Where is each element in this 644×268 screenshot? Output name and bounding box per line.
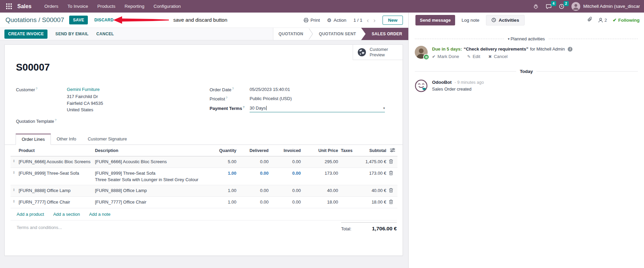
user-menu[interactable]: Mitchell Admin (save_discar [571, 2, 640, 11]
menu-reporting[interactable]: Reporting [124, 4, 144, 9]
add-product-link[interactable]: Add a product [17, 212, 44, 217]
edit-activity-button[interactable]: ✎Edit [467, 54, 480, 59]
cell-description[interactable]: [FURN_6666] Acoustic Bloc Screens [94, 156, 202, 168]
drag-handle-icon[interactable]: ▴▾ [11, 185, 17, 197]
cell-description[interactable]: [FURN_8999] Three-Seat SofaThree Seater … [94, 168, 202, 185]
cell-delivered[interactable]: 0.00 [238, 168, 270, 185]
cell-invoiced[interactable]: 0.00 [270, 156, 302, 168]
cell-quantity[interactable]: 5.00 [202, 156, 238, 168]
cell-taxes[interactable] [339, 197, 358, 208]
cell-product[interactable]: [FURN_8999] Three-Seat Sofa [17, 168, 94, 185]
cell-delivered[interactable]: 0.00 [238, 185, 270, 197]
menu-configuration[interactable]: Configuration [154, 4, 181, 9]
cell-delivered[interactable]: 0.00 [238, 156, 270, 168]
cell-unit-price[interactable]: 173.00 [302, 168, 339, 185]
cell-unit-price[interactable]: 295.00 [302, 156, 339, 168]
payment-terms-input[interactable]: 30 Days ▾ [250, 106, 385, 112]
step-quotation[interactable]: QUOTATION [273, 28, 308, 40]
discard-button[interactable]: DISCARD [94, 18, 114, 22]
step-quotation-sent[interactable]: QUOTATION SENT [314, 28, 361, 40]
planned-activities-header[interactable]: ▾ Planned activities [415, 36, 638, 41]
action-button[interactable]: ⚙ Action [327, 18, 346, 23]
cell-taxes[interactable] [339, 185, 358, 197]
pager-counter: 1 / 1 [353, 18, 362, 23]
trash-icon[interactable] [389, 199, 393, 204]
breadcrumb[interactable]: Quotations / S00007 [5, 16, 64, 24]
cell-taxes[interactable] [339, 168, 358, 185]
debug-bug-icon[interactable] [533, 4, 539, 9]
save-button[interactable]: SAVE [69, 16, 88, 24]
activity-clock-icon[interactable]: 2 [559, 4, 564, 9]
tab-order-lines[interactable]: Order Lines [16, 134, 51, 145]
drag-handle-icon[interactable]: ▴▾ [11, 168, 17, 185]
chevron-down-icon[interactable]: ▾ [383, 106, 385, 110]
followers-button[interactable]: 2 [598, 18, 607, 23]
cell-invoiced[interactable]: 0.00 [270, 197, 302, 208]
optional-columns-icon[interactable] [388, 145, 397, 156]
cell-description[interactable]: [FURN_7777] Office Chair [94, 197, 202, 208]
cell-product[interactable]: [FURN_8888] Office Lamp [17, 185, 94, 197]
cell-quantity[interactable]: 1.00 [202, 197, 238, 208]
col-description[interactable]: Description [94, 145, 202, 156]
pager-prev-icon[interactable]: ‹ [367, 17, 369, 23]
delete-line-button[interactable] [388, 168, 397, 185]
log-note-button[interactable]: Log note [462, 18, 480, 23]
pager-next-icon[interactable]: › [373, 17, 375, 23]
delete-line-button[interactable] [388, 197, 397, 208]
delete-line-button[interactable] [388, 156, 397, 168]
trash-icon[interactable] [389, 188, 393, 193]
col-subtotal[interactable]: Subtotal [358, 145, 388, 156]
cancel-activity-button[interactable]: ✖Cancel [488, 54, 508, 59]
delete-line-button[interactable] [388, 185, 397, 197]
cell-unit-price[interactable]: 40.00 [302, 185, 339, 197]
col-unit-price[interactable]: Unit Price [302, 145, 339, 156]
cell-invoiced[interactable]: 0.00 [270, 168, 302, 185]
col-product[interactable]: Product [17, 145, 94, 156]
customer-preview-button[interactable]: Customer Preview [353, 45, 403, 60]
col-delivered[interactable]: Delivered [238, 145, 270, 156]
attachment-button[interactable] [587, 17, 592, 23]
pricelist-value[interactable]: Public Pricelist (USD) [250, 96, 292, 101]
following-button[interactable]: ✔ Following [613, 17, 640, 23]
mark-done-button[interactable]: ✔Mark Done [432, 54, 459, 59]
send-by-email-button[interactable]: SEND BY EMAIL [55, 32, 89, 36]
customer-link[interactable]: Gemini Furniture [67, 87, 100, 92]
menu-orders[interactable]: Orders [44, 4, 58, 9]
add-note-link[interactable]: Add a note [89, 212, 111, 217]
send-message-button[interactable]: Send message [415, 15, 455, 25]
print-button[interactable]: Print [304, 18, 320, 23]
drag-handle-icon[interactable]: ▴▾ [11, 156, 17, 168]
drag-handle-icon[interactable]: ▴▾ [11, 197, 17, 208]
cell-invoiced[interactable]: 0.00 [270, 185, 302, 197]
terms-placeholder[interactable]: Terms and conditions... [17, 225, 62, 230]
add-section-link[interactable]: Add a section [53, 212, 80, 217]
trash-icon[interactable] [389, 171, 393, 175]
cell-taxes[interactable] [339, 156, 358, 168]
apps-grid-icon[interactable] [3, 3, 15, 9]
app-name[interactable]: Sales [17, 3, 32, 9]
info-icon[interactable]: i [568, 47, 572, 52]
cell-quantity[interactable]: 1.00 [202, 185, 238, 197]
cell-description[interactable]: [FURN_8888] Office Lamp [94, 185, 202, 197]
col-invoiced[interactable]: Invoiced [270, 145, 302, 156]
message-author[interactable]: OdooBot [432, 80, 452, 85]
step-sales-order[interactable]: SALES ORDER [361, 28, 408, 40]
new-button[interactable]: New [383, 16, 403, 25]
cancel-order-button[interactable]: CANCEL [96, 32, 114, 36]
cell-delivered[interactable]: 0.00 [238, 197, 270, 208]
trash-icon[interactable] [389, 159, 393, 164]
cell-product[interactable]: [FURN_6666] Acoustic Bloc Screens [17, 156, 94, 168]
menu-to-invoice[interactable]: To Invoice [67, 4, 88, 9]
cell-quantity[interactable]: 1.00 [202, 168, 238, 185]
cell-product[interactable]: [FURN_7777] Office Chair [17, 197, 94, 208]
tab-other-info[interactable]: Other Info [51, 134, 82, 145]
cell-unit-price[interactable]: 18.00 [302, 197, 339, 208]
col-quantity[interactable]: Quantity [202, 145, 238, 156]
order-date-value[interactable]: 05/25/2023 15:40:01 [250, 87, 290, 92]
messages-icon[interactable]: 4 [546, 4, 552, 9]
menu-products[interactable]: Products [97, 4, 115, 9]
tab-customer-signature[interactable]: Customer Signature [82, 134, 133, 145]
activities-button[interactable]: Activities [486, 15, 525, 25]
create-invoice-button[interactable]: CREATE INVOICE [4, 30, 47, 39]
col-taxes[interactable]: Taxes [339, 145, 358, 156]
